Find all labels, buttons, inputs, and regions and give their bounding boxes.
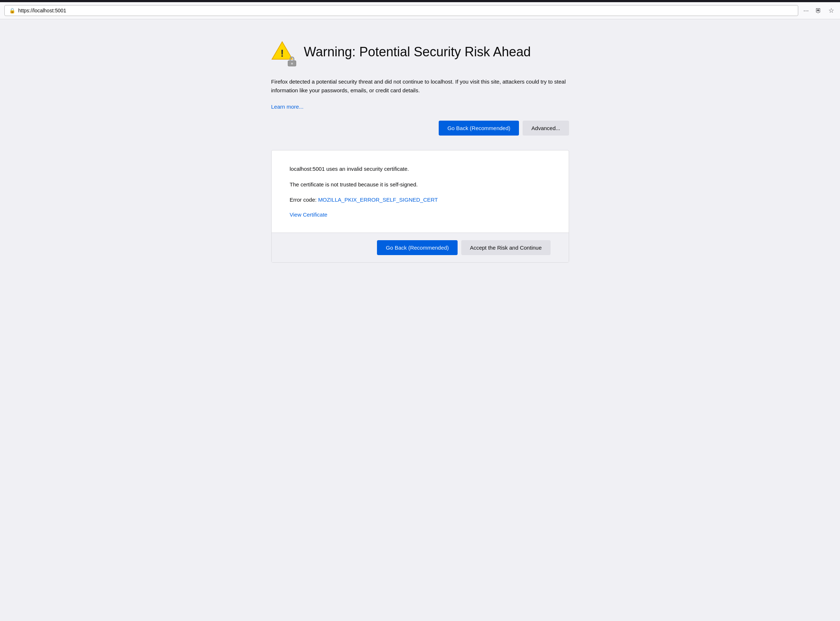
menu-icon[interactable]: ··· (802, 5, 810, 16)
address-text: https://localhost:5001 (18, 8, 793, 14)
page-content: ! Warning: Potential Security Risk Ahead… (257, 19, 584, 285)
learn-more-link[interactable]: Learn more... (271, 103, 304, 110)
address-bar[interactable]: 🔒 https://localhost:5001 (5, 5, 798, 16)
toolbar-icons: ··· ⛨ ☆ (802, 5, 835, 16)
svg-text:!: ! (280, 48, 284, 59)
warning-icon-container: ! (271, 41, 297, 67)
warning-header: ! Warning: Potential Security Risk Ahead (271, 41, 569, 67)
go-back-recommended-button[interactable]: Go Back (Recommended) (439, 121, 519, 136)
advanced-content: localhost:5001 uses an invalid security … (272, 150, 569, 233)
error-code-link[interactable]: MOZILLA_PKIX_ERROR_SELF_SIGNED_CERT (318, 197, 438, 203)
error-code-label: Error code: (290, 197, 317, 203)
page-title: Warning: Potential Security Risk Ahead (304, 41, 531, 60)
svg-point-4 (291, 63, 293, 65)
star-icon[interactable]: ☆ (827, 5, 835, 16)
cert-error-line2: The certificate is not trusted because i… (290, 180, 551, 189)
address-lock-icon: 🔒 (9, 8, 15, 14)
advanced-section: localhost:5001 uses an invalid security … (271, 150, 569, 263)
primary-buttons: Go Back (Recommended) Advanced... (271, 121, 569, 136)
advanced-button[interactable]: Advanced... (523, 121, 569, 136)
warning-description: Firefox detected a potential security th… (271, 77, 569, 95)
error-code-line: Error code: MOZILLA_PKIX_ERROR_SELF_SIGN… (290, 196, 551, 204)
accept-risk-button[interactable]: Accept the Risk and Continue (461, 240, 551, 255)
lock-badge-icon (287, 56, 297, 67)
browser-toolbar: 🔒 https://localhost:5001 ··· ⛨ ☆ (0, 2, 840, 19)
go-back-recommended-button-2[interactable]: Go Back (Recommended) (377, 240, 457, 255)
cert-error-line1: localhost:5001 uses an invalid security … (290, 165, 551, 173)
shield-icon[interactable]: ⛨ (814, 5, 823, 16)
advanced-footer: Go Back (Recommended) Accept the Risk an… (272, 233, 569, 262)
view-certificate-link[interactable]: View Certificate (290, 212, 328, 218)
